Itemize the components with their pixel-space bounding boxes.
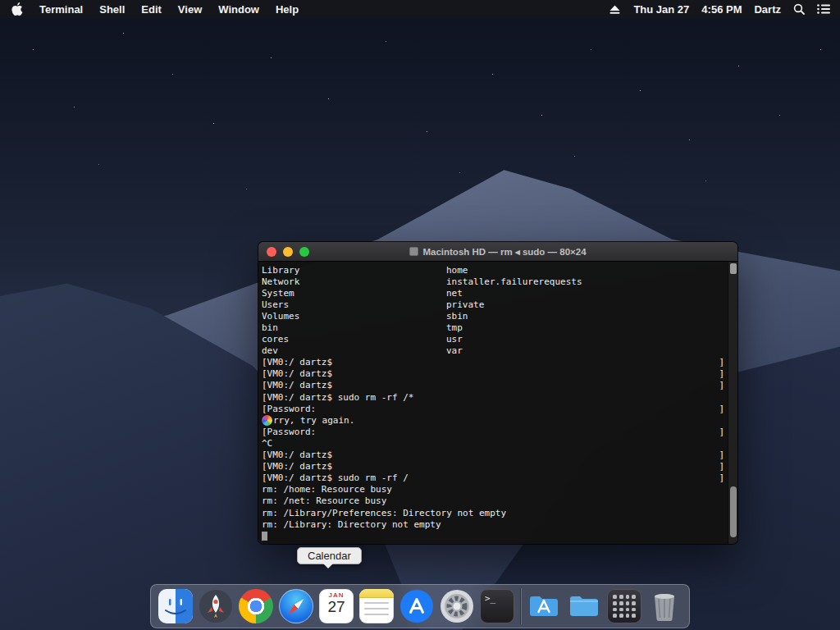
menu-app-name[interactable]: Terminal [39,3,83,16]
terminal-titlebar[interactable]: Macintosh HD — rm ◂ sudo — 80×24 [258,242,737,262]
apps-stack-icon[interactable] [607,589,641,623]
window-title: Macintosh HD — rm ◂ sudo — 80×24 [422,246,586,258]
scrollbar-top-box[interactable] [730,263,737,274]
terminal-line: [Password:] [262,403,724,414]
terminal-line: devvar [262,345,724,357]
terminal-line: Libraryhome [262,264,724,276]
terminal-line: rm: /home: Resource busy [262,484,724,495]
applications-folder-icon[interactable] [527,589,561,623]
terminal-window: Macintosh HD — rm ◂ sudo — 80×24 Library… [258,242,737,544]
app-store-icon[interactable] [399,589,434,623]
terminal-app-icon[interactable]: >_ [480,589,514,623]
terminal-line: rm: /net: Resource busy [262,495,724,507]
scrollbar-thumb[interactable] [730,486,737,537]
terminal-line: rm: /Library/Preferences: Directory not … [262,507,724,518]
window-proxy-icon [409,247,418,256]
terminal-line: Networkinstaller.failurerequests [262,276,724,287]
terminal-line: [VM0:/ dartz$ sudo rm -rf /] [262,472,724,484]
terminal-line: Volumessbin [262,310,724,322]
menu-item-window[interactable]: Window [218,3,259,16]
menu-item-edit[interactable]: Edit [141,3,162,16]
terminal-lines: LibraryhomeNetworkinstaller.failurereque… [262,264,724,541]
zoom-button[interactable] [299,247,309,257]
dock-separator [520,588,521,624]
terminal-line: coresusr [262,334,724,345]
terminal-line: [VM0:/ dartz$] [262,461,724,472]
menu-bar: Terminal Shell Edit View Window Help Thu… [0,0,840,18]
tooltip-label: Calendar [297,547,362,564]
terminal-glyph: >_ [480,589,514,623]
terminal-line: [VM0:/ dartz$] [262,368,724,380]
menu-item-view[interactable]: View [178,3,202,16]
beachball-icon [262,415,272,426]
terminal-line [262,530,724,541]
terminal-cursor [262,532,267,541]
menu-item-shell[interactable]: Shell [99,3,125,16]
dock-tooltip: Calendar [297,547,362,573]
launchpad-rocket-icon[interactable] [199,589,233,623]
terminal-line: rm: /Library: Directory not empty [262,518,724,530]
terminal-line: Usersprivate [262,299,724,310]
eject-icon[interactable] [609,4,621,15]
terminal-line: [VM0:/ dartz$] [262,450,724,461]
safari-icon[interactable] [279,589,313,623]
dock: JAN 27 >_ [150,584,690,628]
terminal-line: rry, try again. [262,414,724,426]
terminal-body[interactable]: LibraryhomeNetworkinstaller.failurereque… [258,262,737,544]
apple-logo-icon[interactable] [11,2,23,16]
menu-user-name[interactable]: Dartz [754,3,781,16]
documents-folder-icon[interactable] [567,589,601,623]
terminal-line: [VM0:/ dartz$] [262,357,724,368]
calendar-icon[interactable]: JAN 27 [319,589,354,623]
terminal-line: Systemnet [262,287,724,299]
spotlight-search-icon[interactable] [793,3,805,15]
terminal-line: [VM0:/ dartz$ sudo rm -rf /* [262,391,724,403]
notification-center-icon[interactable] [817,4,830,14]
chrome-icon[interactable] [239,589,273,623]
menu-item-help[interactable]: Help [276,3,299,16]
minimize-button[interactable] [283,247,293,257]
terminal-line: ^C [262,437,724,449]
system-preferences-icon[interactable] [440,589,474,623]
terminal-scrollbar[interactable] [728,262,737,544]
notes-icon[interactable] [359,589,394,623]
terminal-line: [Password:] [262,426,724,437]
trash-icon[interactable] [647,589,682,623]
terminal-line: [VM0:/ dartz$] [262,380,724,391]
tooltip-arrow [323,564,333,573]
terminal-line: bintmp [262,322,724,333]
calendar-day: 27 [327,599,345,614]
close-button[interactable] [267,247,276,257]
menu-clock-date[interactable]: Thu Jan 27 [633,3,689,16]
finder-icon[interactable] [158,589,193,623]
menu-clock-time[interactable]: 4:56 PM [701,3,742,16]
